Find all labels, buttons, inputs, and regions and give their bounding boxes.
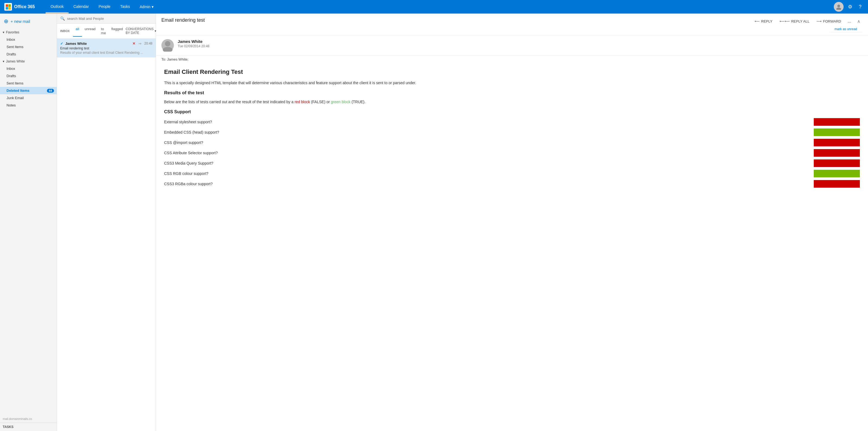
email-detail-panel: Email rendering test ⟵ REPLY ⟵⟵ REPLY AL… (156, 13, 868, 431)
body-main-heading: Email Client Rendering Test (164, 68, 860, 76)
new-mail-button[interactable]: ⊕ + new mail (0, 13, 57, 29)
test-row: CSS RGB colour support? (164, 170, 860, 177)
email-to: To: James White; (156, 56, 868, 63)
sidebar-item-drafts[interactable]: Drafts (0, 72, 57, 80)
nav-admin[interactable]: Admin ▾ (135, 1, 158, 13)
favorites-collapse-icon: ▾ (3, 30, 4, 34)
sidebar-item-deleted[interactable]: Deleted Items 44 (0, 87, 57, 94)
email-subject: Email rendering test (60, 47, 152, 50)
svg-point-5 (836, 8, 841, 10)
nav-people[interactable]: People (94, 1, 116, 13)
test-bar-1 (814, 128, 860, 136)
account-collapse-icon: ▾ (3, 59, 4, 63)
red-block-text: red block (294, 100, 310, 104)
app-logo: Office 365 (4, 3, 35, 10)
sidebar-item-inbox-fav[interactable]: Inbox (0, 36, 57, 43)
email-item[interactable]: ✓ James White ✕ ⇒ 20:48 Email rendering … (57, 38, 156, 58)
sidebar-item-notes[interactable]: Notes (0, 102, 57, 109)
filter-tab-flagged[interactable]: flagged (108, 25, 126, 37)
results-heading: Results of the test (164, 90, 860, 95)
more-actions-button[interactable]: ... (845, 18, 854, 25)
email-detail-title: Email rendering test (161, 18, 205, 23)
reply-all-icon: ⟵⟵ (780, 19, 790, 23)
inbox-label: INBOX (60, 29, 70, 33)
sender-avatar (161, 39, 174, 52)
email-flag-icon[interactable]: ⇒ (138, 41, 142, 46)
green-block-text: green block (331, 100, 350, 104)
email-actions-bar: ⟵ REPLY ⟵⟵ REPLY ALL ⟶ FORWARD ... ∧ (752, 18, 863, 25)
mark-unread-button[interactable]: mark as unread (829, 26, 863, 32)
reply-all-button[interactable]: ⟵⟵ REPLY ALL (777, 18, 812, 25)
test-bar-2 (814, 139, 860, 146)
results-paragraph: Below are the lists of tests carried out… (164, 99, 860, 105)
sidebar-item-drafts-fav[interactable]: Drafts (0, 51, 57, 58)
test-bar-6 (814, 180, 860, 188)
sender-info: James White Tue 02/09/2014 20:48 (178, 39, 863, 48)
email-delete-icon[interactable]: ✕ (132, 41, 135, 46)
search-icon: 🔍 (60, 16, 65, 21)
sender-date: Tue 02/09/2014 20:48 (178, 44, 863, 48)
account-header[interactable]: ▾ James White (0, 58, 57, 65)
email-meta: James White Tue 02/09/2014 20:48 (156, 35, 868, 56)
search-input[interactable] (67, 17, 152, 21)
top-nav: Outlook Calendar People Tasks Admin ▾ (45, 1, 834, 13)
forward-button[interactable]: ⟶ FORWARD (814, 18, 844, 25)
test-bar-0 (814, 118, 860, 126)
office-icon (4, 3, 12, 10)
sidebar: ⊕ + new mail ▾ Favorites Inbox Sent Item… (0, 13, 57, 431)
sort-selector[interactable]: CONVERSATIONS BY DATE ▾ (126, 27, 156, 35)
top-nav-right: ⚙ ? (834, 2, 864, 12)
test-bar-5 (814, 170, 860, 177)
svg-rect-1 (8, 4, 11, 7)
email-item-header: ✓ James White ✕ ⇒ 20:48 (60, 41, 152, 46)
email-time: 20:48 (144, 41, 152, 45)
filter-tabs: all unread to me flagged (73, 25, 126, 37)
svg-point-4 (837, 5, 840, 7)
sidebar-item-inbox[interactable]: Inbox (0, 65, 57, 72)
svg-rect-2 (6, 7, 8, 9)
svg-point-6 (165, 41, 170, 47)
admin-dropdown-icon: ▾ (152, 5, 154, 9)
filter-tab-tome[interactable]: to me (98, 25, 108, 37)
sidebar-item-junk[interactable]: Junk Email (0, 94, 57, 102)
test-bar-3 (814, 149, 860, 157)
email-detail-header: Email rendering test ⟵ REPLY ⟵⟵ REPLY AL… (156, 13, 868, 35)
body-paragraph1: This is a specially designed HTML templa… (164, 80, 860, 86)
css-support-heading: CSS Support (164, 110, 860, 114)
help-icon[interactable]: ? (857, 2, 864, 11)
favorites-header[interactable]: ▾ Favorites (0, 29, 57, 36)
test-row: Embedded CSS (head) support? (164, 128, 860, 136)
filter-tab-unread[interactable]: unread (82, 25, 98, 37)
nav-outlook[interactable]: Outlook (45, 1, 68, 13)
test-row: CSS3 Media Query Support? (164, 160, 860, 167)
account-email: mail.domainminails.co (0, 415, 57, 423)
svg-point-7 (163, 47, 173, 52)
top-bar: Office 365 Outlook Calendar People Tasks… (0, 0, 868, 13)
settings-icon[interactable]: ⚙ (846, 2, 855, 11)
collapse-button[interactable]: ∧ (855, 18, 863, 25)
test-row: CSS Attribute Selector support? (164, 149, 860, 157)
email-sender: ✓ James White (60, 41, 87, 46)
test-row: CSS3 RGBa colour support? (164, 180, 860, 188)
avatar[interactable] (834, 2, 844, 12)
test-bar-4 (814, 160, 860, 167)
filter-tab-all[interactable]: all (73, 25, 82, 37)
new-mail-icon: ⊕ (4, 18, 8, 24)
tasks-label: TASKS (0, 423, 57, 431)
checkmark-icon: ✓ (60, 41, 63, 46)
sidebar-item-sent-fav[interactable]: Sent Items (0, 43, 57, 51)
nav-calendar[interactable]: Calendar (69, 1, 94, 13)
sender-name: James White (178, 39, 863, 44)
svg-rect-0 (6, 4, 8, 7)
forward-icon: ⟶ (816, 19, 822, 23)
test-row: External stylesheet support? (164, 118, 860, 126)
nav-tasks[interactable]: Tasks (115, 1, 135, 13)
reply-icon: ⟵ (755, 19, 760, 23)
email-preview: Results of your email client test Email … (60, 51, 152, 55)
reply-button[interactable]: ⟵ REPLY (752, 18, 775, 25)
deleted-badge: 44 (47, 89, 54, 93)
filter-bar: INBOX all unread to me flagged CONVERSAT… (57, 24, 156, 38)
sidebar-item-sent[interactable]: Sent Items (0, 80, 57, 87)
app-title: Office 365 (14, 4, 35, 9)
email-list-panel: 🔍 INBOX all unread to me flagged CONVERS… (57, 13, 156, 431)
